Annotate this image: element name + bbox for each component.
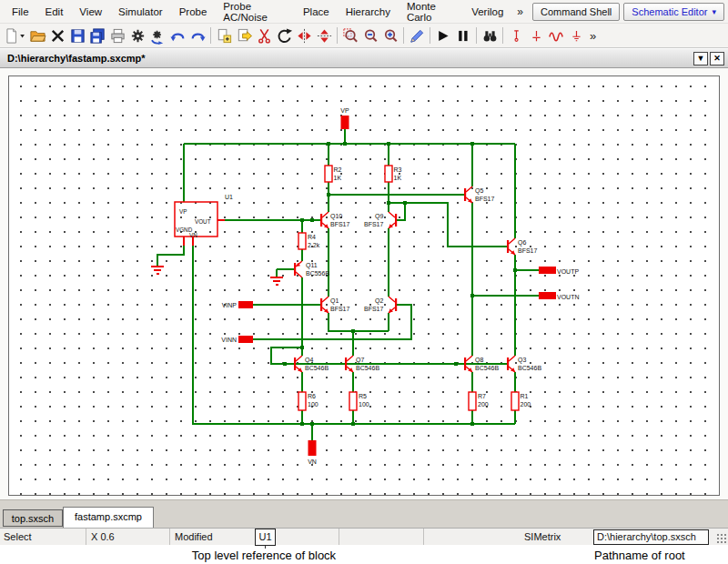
menu-probe[interactable]: Probe [171,4,216,20]
menu-file[interactable]: File [4,4,37,20]
transistor-q2[interactable]: Q2 BFS17 [364,297,397,313]
status-bar: Select X 0.6 Modified U1 SIMetrix D:\hie… [0,528,728,545]
new-file-icon[interactable] [2,25,27,45]
run-icon[interactable] [433,25,453,45]
status-block-ref: U1 [255,529,276,546]
ground-probe-icon[interactable] [566,25,586,45]
menu-monte-carlo[interactable]: Monte Carlo [399,0,463,25]
zoom-area-icon[interactable] [340,25,360,45]
voltage-probe-icon[interactable] [506,25,526,45]
ac-probe-icon[interactable] [546,25,566,45]
netlist-gear-icon[interactable] [147,25,167,45]
menu-view[interactable]: View [71,4,110,20]
terminal-voutp-label: VOUTP [557,268,579,275]
q6-val: BFS17 [518,247,538,254]
voltage-diff-probe-icon[interactable] [526,25,546,45]
redo-icon[interactable] [187,25,207,45]
r1-val: 200 [521,401,531,408]
terminal-vinn[interactable]: VINN [221,336,253,343]
ground-symbol[interactable] [270,277,283,285]
block-u1[interactable]: U1 VP VOUT VGND VN [175,194,233,246]
terminal-vp-label: VP [340,107,349,114]
command-shell-button[interactable]: Command Shell [532,3,620,21]
transistor-q3[interactable]: Q3 BC546B [507,356,541,372]
menu-overflow-chevron-icon[interactable]: » [511,5,529,18]
save-all-icon[interactable] [87,25,107,45]
annotation-root-path: Pathname of root [594,549,685,562]
toolbar-separator [210,27,211,44]
window-restore-button[interactable]: ▼ [693,52,708,65]
terminal-vp[interactable]: VP [340,107,349,129]
menu-simulator[interactable]: Simulator [110,4,171,20]
status-separator [86,529,86,546]
save-icon[interactable] [67,25,87,45]
resistor-r4[interactable]: R4 2.2k [298,233,320,249]
export-page-icon[interactable] [234,25,254,45]
q9-ref: Q9 [375,213,383,220]
r1-ref: R1 [521,393,529,399]
copy-page-icon[interactable] [214,25,234,45]
terminal-vn[interactable]: VN [308,440,317,465]
terminal-vinp[interactable]: VINP [222,301,253,308]
resistor-r1[interactable]: R1 200 [511,392,531,410]
status-scale: X 0.6 [91,531,115,542]
tab-top-sxsch[interactable]: top.sxsch [3,509,63,527]
settings-gear-icon[interactable] [127,25,147,45]
rotate-icon[interactable] [274,25,294,45]
transistor-q5[interactable]: Q5 BFS17 [464,186,495,203]
editor-selector-button[interactable]: Schematic Editor ▾ [623,3,724,21]
q4-ref: Q4 [305,357,313,364]
terminal-vn-label: VN [308,458,317,465]
q1-ref: Q1 [330,297,339,305]
open-folder-icon[interactable] [27,25,47,45]
u1-pin-vn: VN [189,232,197,238]
schematic-canvas[interactable]: U1 VP VOUT VGND VN VP [8,76,720,496]
menu-hierarchy[interactable]: Hierarchy [338,4,399,20]
terminal-voutp[interactable]: VOUTP [539,267,579,275]
undo-icon[interactable] [167,25,187,45]
editor-selector-label: Schematic Editor [632,6,707,17]
menu-probe-ac-noise[interactable]: Probe AC/Noise [215,0,295,25]
terminal-vinn-label: VINN [221,337,237,343]
r5-ref: R5 [359,393,367,399]
q3-ref: Q3 [518,357,526,364]
resistor-r2[interactable]: R2 1K [325,166,342,182]
cut-icon[interactable] [254,25,274,45]
zoom-out-icon[interactable] [360,25,380,45]
window-close-button[interactable]: ✕ [710,52,724,65]
find-binoculars-icon[interactable] [480,25,500,45]
q11-val: BC556B [306,270,329,277]
menu-place[interactable]: Place [295,4,338,20]
menu-verilog[interactable]: Verilog [463,4,511,20]
u1-pin-vout: VOUT [195,218,211,225]
terminal-voutn[interactable]: VOUTN [539,292,580,300]
annotate-pencil-icon[interactable] [407,25,427,45]
transistor-q6[interactable]: Q6 BFS17 [507,238,538,255]
transistor-q1[interactable]: Q1 BFS17 [320,297,350,313]
ground-symbol[interactable] [151,267,164,274]
zoom-in-icon[interactable] [380,25,400,45]
resistor-r3[interactable]: R3 1K [385,166,402,182]
resistor-r5[interactable]: R5 100 [349,392,369,410]
q4-val: BC546B [305,365,329,371]
document-titlebar: D:\hierarchy\fastamp.sxcmp* ▼ ✕ [0,48,728,68]
q9-val: BFS17 [364,221,384,227]
resize-grip[interactable] [716,533,727,544]
simetrix-window: File Edit View Simulator Probe Probe AC/… [0,0,728,564]
print-icon[interactable] [107,25,127,45]
toolbar-overflow-chevron-icon[interactable]: » [586,29,600,43]
mirror-vertical-icon[interactable] [294,25,314,45]
q7-val: BC546B [356,365,379,371]
transistor-q9[interactable]: Q9 BFS17 [364,212,397,228]
resistor-r6[interactable]: R6 100 [298,392,318,410]
close-icon[interactable] [47,25,67,45]
menu-edit[interactable]: Edit [37,4,72,20]
resistor-r7[interactable]: R7 200 [469,392,489,410]
pause-icon[interactable] [453,25,473,45]
u1-ref-label: U1 [225,194,233,200]
tab-fastamp-sxcmp[interactable]: fastamp.sxcmp [63,507,154,528]
mirror-horizontal-icon[interactable] [314,25,334,45]
transistor-q10[interactable]: Q10 BFS17 [320,212,350,228]
transistor-q11[interactable]: Q11 BC556B [294,261,329,277]
chevron-down-icon: ▾ [712,7,716,16]
